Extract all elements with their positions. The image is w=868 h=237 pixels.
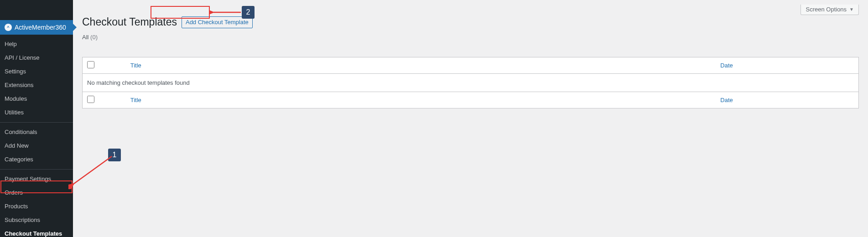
sidebar-item-products[interactable]: Products <box>0 200 73 213</box>
admin-sidebar: ^ ActiveMember360 HelpAPI / LicenseSetti… <box>0 0 73 237</box>
sidebar-menu: HelpAPI / LicenseSettingsExtensionsModul… <box>0 35 73 237</box>
sidebar-separator <box>0 169 73 170</box>
screen-options-label: Screen Options <box>806 6 847 13</box>
sidebar-item-api-license[interactable]: API / License <box>0 51 73 65</box>
filter-all-count: (0) <box>90 34 98 41</box>
sidebar-item-subscriptions[interactable]: Subscriptions <box>0 213 73 227</box>
chevron-down-icon: ▼ <box>849 7 854 12</box>
column-header-title[interactable]: Title <box>130 62 141 69</box>
annotation-step-2-badge: 2 <box>242 6 255 19</box>
sidebar-plugin-header[interactable]: ^ ActiveMember360 <box>0 20 73 35</box>
sidebar-item-utilities[interactable]: Utilities <box>0 106 73 119</box>
sidebar-item-settings[interactable]: Settings <box>0 65 73 78</box>
sidebar-item-categories[interactable]: Categories <box>0 153 73 166</box>
filter-links: All (0) <box>82 34 859 41</box>
sidebar-item-help[interactable]: Help <box>0 37 73 51</box>
templates-table: Title Date No matching checkout template… <box>82 57 859 108</box>
sidebar-item-orders[interactable]: Orders <box>0 186 73 200</box>
annotation-step-1-badge: 1 <box>108 149 121 161</box>
sidebar-item-add-new[interactable]: Add New <box>0 139 73 153</box>
sidebar-item-checkout-templates[interactable]: Checkout Templates <box>0 227 73 237</box>
sidebar-item-conditionals[interactable]: Conditionals <box>0 125 73 139</box>
filter-all-link[interactable]: All <box>82 34 88 41</box>
page-title: Checkout Templates <box>82 16 177 28</box>
column-footer-title[interactable]: Title <box>130 97 141 103</box>
screen-options-button[interactable]: Screen Options ▼ <box>800 5 859 15</box>
column-header-date[interactable]: Date <box>720 62 733 69</box>
table-empty-message: No matching checkout templates found <box>83 74 859 92</box>
main-content: Screen Options ▼ Checkout Templates Add … <box>73 0 868 237</box>
select-all-checkbox-top[interactable] <box>87 61 94 68</box>
plugin-logo-icon: ^ <box>5 24 12 31</box>
sidebar-item-payment-settings[interactable]: Payment Settings <box>0 172 73 186</box>
sidebar-item-extensions[interactable]: Extensions <box>0 78 73 92</box>
sidebar-separator <box>0 122 73 123</box>
column-footer-date[interactable]: Date <box>720 97 733 103</box>
sidebar-item-modules[interactable]: Modules <box>0 92 73 106</box>
select-all-checkbox-bottom[interactable] <box>87 96 94 103</box>
plugin-name: ActiveMember360 <box>15 24 66 31</box>
